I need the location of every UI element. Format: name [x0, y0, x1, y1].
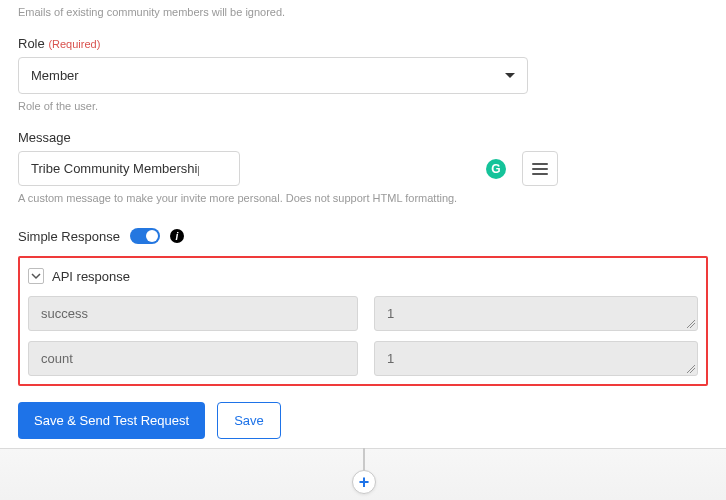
simple-response-toggle[interactable] — [130, 228, 160, 244]
chevron-down-icon — [505, 73, 515, 78]
message-label: Message — [18, 130, 708, 145]
toggle-knob — [146, 230, 158, 242]
add-step-button[interactable]: + — [352, 470, 376, 494]
simple-response-label: Simple Response — [18, 229, 120, 244]
role-select[interactable]: Member — [18, 57, 528, 94]
api-row: success 1 — [28, 296, 698, 331]
simple-response-row: Simple Response i — [18, 228, 708, 244]
connector-line — [363, 448, 365, 472]
api-key-field[interactable]: count — [28, 341, 358, 376]
role-hint: Role of the user. — [18, 100, 708, 112]
message-row: G — [18, 151, 558, 186]
emails-hint: Emails of existing community members wil… — [18, 6, 708, 18]
chevron-down-icon — [31, 271, 41, 281]
message-input[interactable] — [18, 151, 240, 186]
hamburger-icon — [532, 163, 548, 175]
api-response-panel: API response success 1 count 1 — [18, 256, 708, 386]
role-label-text: Role — [18, 36, 45, 51]
grammarly-icon[interactable]: G — [486, 159, 506, 179]
api-value-field[interactable]: 1 — [374, 296, 698, 331]
form-container: Emails of existing community members wil… — [0, 6, 726, 457]
collapse-toggle[interactable] — [28, 268, 44, 284]
message-input-wrap: G — [18, 151, 514, 186]
save-button[interactable]: Save — [217, 402, 281, 439]
info-icon[interactable]: i — [170, 229, 184, 243]
message-hint: A custom message to make your invite mor… — [18, 192, 708, 204]
api-response-header: API response — [28, 266, 698, 286]
api-key-field[interactable]: success — [28, 296, 358, 331]
role-select-value: Member — [31, 68, 79, 83]
required-indicator: (Required) — [48, 38, 100, 50]
api-row: count 1 — [28, 341, 698, 376]
button-row: Save & Send Test Request Save — [18, 402, 708, 439]
save-send-test-button[interactable]: Save & Send Test Request — [18, 402, 205, 439]
role-label: Role (Required) — [18, 36, 708, 51]
api-response-title: API response — [52, 269, 130, 284]
api-value-field[interactable]: 1 — [374, 341, 698, 376]
menu-button[interactable] — [522, 151, 558, 186]
